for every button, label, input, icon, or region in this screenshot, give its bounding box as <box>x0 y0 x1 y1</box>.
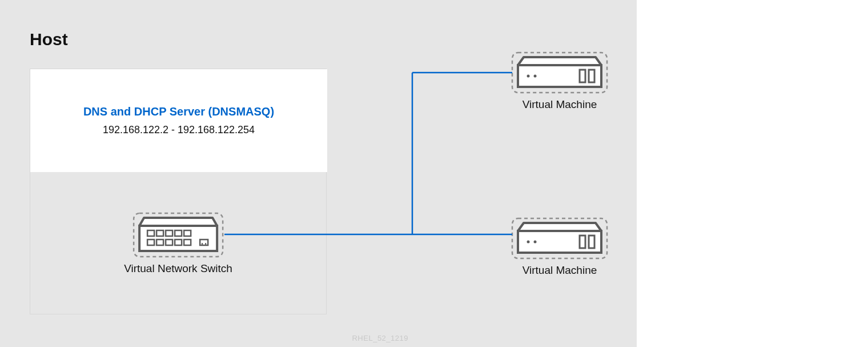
diagram-canvas: Host DNS and DHCP Server (DNSMASQ) 192.1… <box>0 0 637 347</box>
connector-lines <box>0 0 637 347</box>
